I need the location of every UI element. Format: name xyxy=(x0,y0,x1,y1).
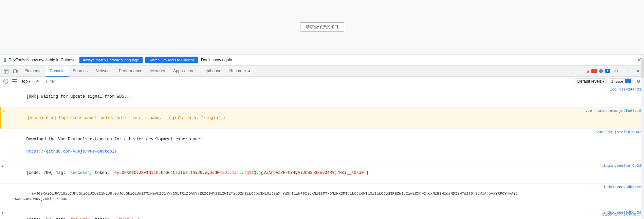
error-badge-group: ▲ 1 xyxy=(586,68,597,74)
console-toolbar-right: Default levels ▾ 1 Issue: 1 ⚙ xyxy=(575,78,642,85)
log-text-failure1: {code: 500, msg: 'failure', token: '令牌缺失… xyxy=(5,210,583,219)
notification-text: DevTools is now available in Chinese! xyxy=(8,58,77,62)
clear-console-button[interactable]: 🚫 xyxy=(2,78,10,85)
log-line: [HMR] Waiting for update signal from WDS… xyxy=(0,86,644,107)
default-levels-selector[interactable]: Default levels ▾ xyxy=(575,78,607,84)
tab-recorder[interactable]: Recorder ▲ xyxy=(225,66,256,77)
eye-button[interactable]: 👁 xyxy=(34,78,42,85)
log-line-success: ▶ {code: 200, msg: 'success', token: 'ey… xyxy=(0,162,644,184)
issues-counter[interactable]: 1 Issue: 1 xyxy=(609,78,633,84)
log-text-vuedl: Download the Vue Devtools extension for … xyxy=(5,130,583,161)
context-dropdown-icon: ▾ xyxy=(29,79,31,84)
console-toolbar: 🚫 top ▾ 👁 Default levels ▾ 1 Issue: 1 ⚙ xyxy=(0,77,644,86)
tab-performance[interactable]: Performance xyxy=(115,66,146,77)
svg-rect-7 xyxy=(12,83,17,83)
warning-count-badge: 1 xyxy=(605,69,610,73)
tab-network[interactable]: Network xyxy=(92,66,115,77)
switch-to-chinese-button[interactable]: Switch DevTools to Chinese xyxy=(145,57,198,63)
settings-button[interactable]: ⚙ xyxy=(611,66,621,76)
svg-rect-6 xyxy=(12,81,17,82)
page-content-area: 请求受保护的接口 xyxy=(0,0,644,54)
issues-label: 1 Issue: xyxy=(611,79,624,83)
tab-elements[interactable]: Elements xyxy=(20,66,45,77)
issues-badge: 1 xyxy=(625,79,631,83)
filter-input[interactable] xyxy=(43,78,574,85)
inspect-element-button[interactable] xyxy=(1,66,11,76)
tab-lighthouse[interactable]: Lighthouse xyxy=(197,66,225,77)
tabs-right-icons: ▲ 1 🔷 1 ⚙ ⋮ ✕ xyxy=(586,66,643,76)
default-levels-label: Default levels xyxy=(577,79,602,84)
more-options-button[interactable]: ⋮ xyxy=(622,66,632,76)
tab-application[interactable]: Application xyxy=(169,66,197,77)
log-line-failure1: ▶ {code: 500, msg: 'failure', token: '令牌… xyxy=(0,209,644,219)
tab-console[interactable]: Console xyxy=(45,66,69,77)
notification-close-button[interactable]: ✕ xyxy=(637,57,641,63)
tab-memory[interactable]: Memory xyxy=(146,66,169,77)
notification-bar: ℹ DevTools is now available in Chinese! … xyxy=(0,55,644,66)
always-match-language-button[interactable]: Always match Chrome's language xyxy=(79,57,143,63)
svg-rect-3 xyxy=(14,69,16,73)
log-indicator xyxy=(0,87,5,88)
context-selector[interactable]: top ▾ xyxy=(20,78,33,85)
log-source-vuedl[interactable]: vue.esm.js?efeb:9347 xyxy=(583,130,644,135)
log-text-success: {code: 200, msg: 'success', token: 'eyJ0… xyxy=(5,163,583,183)
console-settings-button[interactable]: ⚙ xyxy=(635,78,642,85)
scrollbar-thumb[interactable] xyxy=(641,58,644,78)
error-count-badge: 1 xyxy=(591,69,597,73)
devtools-panel: ℹ DevTools is now available in Chinese! … xyxy=(0,54,644,219)
expand-arrow-fail1[interactable]: ▶ xyxy=(0,210,5,215)
device-toolbar-button[interactable] xyxy=(11,66,20,76)
svg-rect-0 xyxy=(4,69,8,73)
warning-badge-group: 🔷 1 xyxy=(598,68,610,74)
log-text-token1: eyJ0eXAiOiJKV1QiLCJhbGciOiJIUzI1NiJ9.eyJ… xyxy=(12,184,583,208)
default-levels-chevron: ▾ xyxy=(602,79,604,84)
log-line-vuedl: Download the Vue Devtools extension for … xyxy=(0,129,644,162)
log-indicator-vuedl xyxy=(0,130,5,131)
vue-devtools-link[interactable]: https://github.com/vuejs/vue-devtools xyxy=(26,149,117,154)
warning-indicator: ▶ xyxy=(1,108,6,113)
log-source[interactable]: log.js?4244:23 xyxy=(583,87,644,92)
watermark: CSDN @登山人在路上 xyxy=(602,212,640,217)
protected-badge: 请求受保护的接口 xyxy=(300,22,344,32)
info-icon: ℹ xyxy=(4,57,6,63)
log-text: [HMR] Waiting for update signal from WDS… xyxy=(5,87,583,106)
tab-sources[interactable]: Sources xyxy=(69,66,92,77)
toggle-sidebar-button[interactable] xyxy=(11,78,18,85)
vertical-scrollbar[interactable] xyxy=(641,55,644,219)
devtools-tabs-bar: Elements Console Sources Network Perform… xyxy=(0,66,644,77)
log-source-vue-router[interactable]: vue-router.esm.js?fe87:16 xyxy=(583,108,644,114)
log-line-token1: eyJ0eXAiOiJKV1QiLCJhbGciOiJIUzI1NiJ9.eyJ… xyxy=(0,184,644,209)
dont-show-again-link[interactable]: Don't show again xyxy=(201,58,232,62)
log-indicator-token1 xyxy=(7,184,12,185)
svg-rect-4 xyxy=(17,70,18,72)
expand-arrow[interactable]: ▶ xyxy=(0,163,5,168)
console-content: [HMR] Waiting for update signal from WDS… xyxy=(0,86,644,219)
svg-rect-5 xyxy=(12,79,17,80)
log-source-success[interactable]: login.vue?cef9:33 xyxy=(583,163,644,168)
log-text-warning: [vue-router] Duplicate named routes defi… xyxy=(6,108,583,128)
log-line-warning: ▶ [vue-router] Duplicate named routes de… xyxy=(0,107,644,129)
context-label: top xyxy=(22,79,28,84)
log-source-token1[interactable]: index.vue?0dbc:25 xyxy=(583,184,644,190)
